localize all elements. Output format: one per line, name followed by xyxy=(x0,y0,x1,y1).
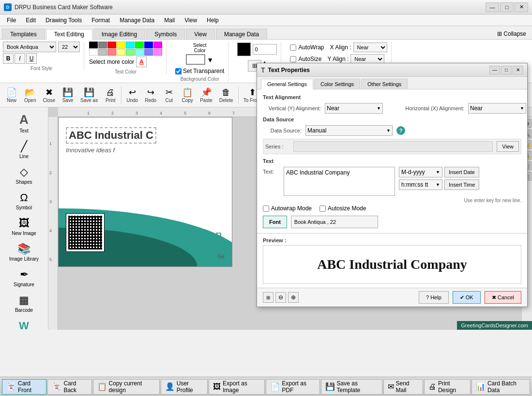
save-as-button[interactable]: 💾Save as xyxy=(77,86,101,104)
color-a-button[interactable]: A xyxy=(136,57,147,67)
tab-view[interactable]: View xyxy=(186,29,215,39)
menu-manage-data[interactable]: Manage Data xyxy=(115,15,159,26)
underline-button[interactable]: U xyxy=(26,53,37,64)
font-select-button[interactable]: Font xyxy=(263,216,287,228)
close-button-action[interactable]: ✖Close xyxy=(40,86,58,104)
card-batch-data-button[interactable]: 📊 Card Batch Data xyxy=(471,379,530,395)
tab-other-settings[interactable]: Other Settings xyxy=(361,79,408,89)
color-swatch-lightgreen[interactable] xyxy=(126,49,135,56)
yalign-dropdown[interactable]: Near xyxy=(350,54,384,64)
menu-edit[interactable]: Edit xyxy=(21,15,41,26)
date-format-dropdown[interactable]: M-d-yyyy ▼ xyxy=(399,167,442,177)
autosize-checkbox[interactable] xyxy=(290,56,296,62)
color-swatch-yellow[interactable] xyxy=(117,42,125,48)
data-source-help-button[interactable]: ? xyxy=(396,126,405,135)
open-button[interactable]: 📂Open xyxy=(21,86,39,104)
color-swatch-red[interactable] xyxy=(107,42,116,48)
color-swatch-pink[interactable] xyxy=(107,49,116,56)
sidebar-tool-barcode[interactable]: ▦ Barcode xyxy=(1,291,47,316)
sidebar-tool-symbol[interactable]: Ω Symbol xyxy=(1,189,47,213)
maximize-button[interactable]: □ xyxy=(500,2,514,12)
titlebar-controls[interactable]: — □ ✕ xyxy=(486,2,528,12)
close-button[interactable]: ✕ xyxy=(515,2,528,12)
time-format-dropdown[interactable]: h:mm:ss tt ▼ xyxy=(399,179,442,190)
send-mail-button[interactable]: ✉ Send Mail xyxy=(383,379,423,395)
color-swatch-lightmagenta[interactable] xyxy=(153,49,162,56)
color-swatch-black[interactable] xyxy=(89,42,98,48)
font-size-selector[interactable]: 22 xyxy=(58,42,80,52)
sidebar-tool-image-library[interactable]: 📚 Image Library xyxy=(1,240,47,264)
bold-button[interactable]: B xyxy=(3,53,14,64)
autowrap-mode-checkbox[interactable] xyxy=(263,205,269,212)
minimize-button[interactable]: — xyxy=(486,2,499,12)
cut-button[interactable]: ✂Cut xyxy=(160,86,178,104)
delete-button[interactable]: 🗑Delete xyxy=(216,87,236,104)
export-pdf-button[interactable]: 📄 Export as PDF xyxy=(266,379,319,395)
menu-mail[interactable]: Mail xyxy=(159,15,180,26)
sidebar-tool-watermark[interactable]: W Watermark xyxy=(1,317,47,330)
color-swatch-lightcyan[interactable] xyxy=(135,49,144,56)
vertical-alignment-dropdown[interactable]: Near ▼ xyxy=(325,103,383,114)
user-profile-button[interactable]: 👤 User Profile xyxy=(161,379,208,395)
color-swatch-white[interactable] xyxy=(89,49,98,56)
menu-drawing-tools[interactable]: Drawing Tools xyxy=(41,15,87,26)
card-back-button[interactable]: 🃏 Card Back xyxy=(47,379,91,395)
autosize-mode-checkbox[interactable] xyxy=(319,205,326,212)
redo-button[interactable]: ↪Redo xyxy=(142,86,159,104)
data-source-dropdown[interactable]: Manual ▼ xyxy=(305,125,393,136)
dialog-maximize-button[interactable]: □ xyxy=(501,66,512,74)
sidebar-tool-shapes[interactable]: ◇ Shapes xyxy=(1,163,47,188)
tab-image-editing[interactable]: Image Editing xyxy=(93,29,145,39)
xalign-dropdown[interactable]: Near xyxy=(353,43,387,52)
collapse-button[interactable]: ⊞ Collapse xyxy=(493,29,530,39)
card-front-button[interactable]: 🃏 Card Front xyxy=(2,379,46,395)
cancel-button[interactable]: ✖ Cancel xyxy=(485,291,521,304)
tab-symbols[interactable]: Symbols xyxy=(146,29,185,39)
color-swatch-lightblue[interactable] xyxy=(144,49,153,56)
color-swatch-gray[interactable] xyxy=(98,42,107,48)
card-title-text[interactable]: ABC Industrial C xyxy=(66,127,156,144)
menu-format[interactable]: Format xyxy=(87,15,115,26)
horizontal-alignment-dropdown[interactable]: Near ▼ xyxy=(468,103,526,114)
menu-help[interactable]: Help xyxy=(202,15,224,26)
color-swatch-lightyellow[interactable] xyxy=(117,49,125,56)
color-swatch-blue[interactable] xyxy=(144,42,153,48)
color-dropdown-arrow[interactable]: ▼ xyxy=(207,56,213,64)
font-name-selector[interactable]: Book Antiqua xyxy=(3,42,56,52)
color-swatch-cyan[interactable] xyxy=(126,42,135,48)
dialog-minimize-button[interactable]: — xyxy=(489,66,500,74)
undo-button[interactable]: ↩Undo xyxy=(123,86,141,104)
ok-button[interactable]: ✔ OK xyxy=(453,291,481,304)
color-swatch-green[interactable] xyxy=(135,42,144,48)
series-view-button[interactable]: View xyxy=(497,141,519,152)
card-canvas[interactable]: ABC Industrial C Innovative ideas f Ken … xyxy=(58,117,232,267)
help-button[interactable]: ? Help xyxy=(419,291,449,304)
italic-button[interactable]: I xyxy=(15,53,25,64)
autowrap-checkbox[interactable] xyxy=(290,44,296,51)
save-button[interactable]: 💾Save xyxy=(59,86,76,104)
tab-general-settings[interactable]: General Settings xyxy=(261,79,313,89)
menu-file[interactable]: File xyxy=(2,15,21,26)
select-more-color[interactable]: Select more color A xyxy=(89,57,147,67)
color-preview[interactable] xyxy=(186,54,205,65)
color-swatch-magenta[interactable] xyxy=(153,42,162,48)
zoom-out-button[interactable]: ⊖ xyxy=(275,292,286,303)
set-transparent-checkbox[interactable] xyxy=(175,68,182,74)
text-input-field[interactable] xyxy=(284,167,395,196)
print-design-button[interactable]: 🖨 Print Design xyxy=(424,379,471,395)
color-value-input[interactable] xyxy=(253,44,277,55)
tab-text-editing[interactable]: Text Editing xyxy=(46,29,92,40)
color-swatch-silver[interactable] xyxy=(98,49,107,56)
copy-button[interactable]: 📋Copy xyxy=(179,86,196,104)
new-button[interactable]: 📄New xyxy=(3,86,20,104)
tab-templates[interactable]: Templates xyxy=(2,29,45,39)
sidebar-tool-text[interactable]: A Text xyxy=(1,109,47,136)
zoom-in-button[interactable]: ⊕ xyxy=(288,292,299,303)
dialog-controls[interactable]: — □ ✕ xyxy=(489,66,523,74)
series-input[interactable] xyxy=(293,141,493,152)
save-template-button[interactable]: 💾 Save as Template xyxy=(321,379,382,395)
insert-time-button[interactable]: Insert Time xyxy=(444,179,479,190)
sidebar-tool-signature[interactable]: ✒ Signature xyxy=(1,265,47,290)
tab-manage-data[interactable]: Manage Data xyxy=(216,29,267,39)
print-button[interactable]: 🖨Print xyxy=(102,87,119,104)
